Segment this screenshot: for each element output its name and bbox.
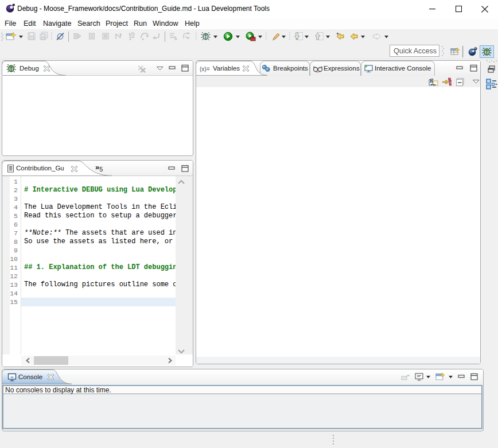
svg-text:x=: x= [316, 69, 321, 73]
